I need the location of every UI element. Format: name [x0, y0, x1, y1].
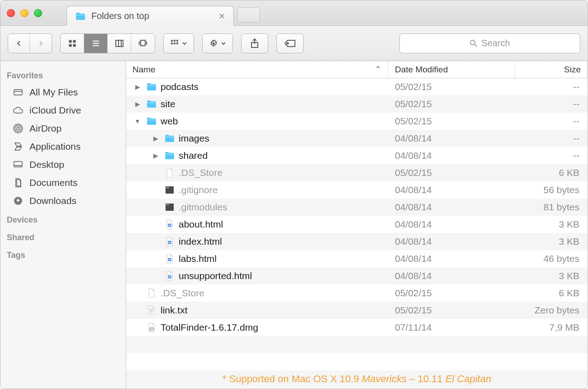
- new-tab-button[interactable]: [237, 7, 260, 23]
- column-size[interactable]: Size: [515, 61, 588, 78]
- all-files-icon: [12, 86, 24, 98]
- column-name[interactable]: Name ⌃: [126, 61, 389, 78]
- svg-rect-21: [171, 43, 173, 44]
- icon-view-button[interactable]: [61, 34, 84, 53]
- downloads-icon: [12, 195, 24, 207]
- svg-point-24: [213, 42, 215, 44]
- sidebar-item[interactable]: Downloads: [0, 192, 126, 210]
- html-icon: [164, 270, 175, 281]
- file-size: --: [515, 133, 588, 144]
- svg-rect-20: [176, 40, 178, 42]
- html-icon: [164, 253, 175, 264]
- file-name: images: [179, 133, 209, 144]
- sidebar-item[interactable]: Desktop: [0, 156, 126, 174]
- folder-icon: [75, 11, 86, 22]
- sidebar-item-label: AirDrop: [29, 123, 62, 134]
- forward-button[interactable]: [30, 34, 52, 53]
- sidebar-item[interactable]: iCloud Drive: [0, 101, 126, 119]
- svg-rect-12: [69, 40, 71, 43]
- search-icon: [469, 39, 478, 47]
- file-row[interactable]: link.txt05/02/15Zero bytes: [126, 302, 588, 319]
- dark-icon: [164, 202, 175, 213]
- disclosure-triangle-icon[interactable]: ▶: [133, 100, 142, 108]
- svg-rect-15: [73, 44, 76, 47]
- folder-icon: [146, 99, 157, 109]
- folder-icon: [164, 150, 175, 161]
- list-view-button[interactable]: [84, 34, 108, 53]
- sidebar-section-title: Devices: [0, 210, 126, 228]
- action-button[interactable]: [202, 33, 233, 53]
- close-button[interactable]: [7, 9, 15, 17]
- disclosure-triangle-icon[interactable]: ▶: [151, 152, 161, 159]
- search-field[interactable]: Search: [399, 33, 580, 53]
- file-row[interactable]: unsupported.html04/08/143 KB: [126, 267, 588, 285]
- file-row[interactable]: ▶podcasts05/02/15--: [126, 78, 588, 95]
- file-row[interactable]: ▶shared04/08/14--: [126, 147, 588, 164]
- svg-rect-22: [174, 43, 175, 44]
- file-row[interactable]: .DS_Store05/02/156 KB: [126, 164, 588, 181]
- tab-active[interactable]: Folders on top ✕: [66, 6, 234, 26]
- sidebar-item[interactable]: All My Files: [0, 83, 126, 101]
- tab-title: Folders on top: [91, 11, 149, 21]
- disclosure-triangle-icon[interactable]: ▶: [151, 135, 161, 142]
- sidebar-item[interactable]: Documents: [0, 174, 126, 192]
- toolbar: Search: [0, 26, 588, 61]
- file-name: unsupported.html: [179, 270, 252, 281]
- file-row[interactable]: ▶images04/08/14--: [126, 130, 588, 147]
- titlebar: Folders on top ✕: [0, 0, 588, 26]
- sidebar-item[interactable]: Applications: [0, 138, 126, 156]
- column-headers: Name ⌃ Date Modified Size: [126, 61, 588, 78]
- sidebar-item-label: Applications: [29, 141, 81, 152]
- arrange-button[interactable]: [163, 33, 194, 53]
- file-row[interactable]: .gitmodules04/08/1481 bytes: [126, 199, 588, 216]
- folder-icon: [146, 116, 157, 127]
- dark-icon: [164, 185, 175, 195]
- file-row[interactable]: .gitignore04/08/1456 bytes: [126, 181, 588, 199]
- airdrop-icon: [12, 123, 24, 134]
- disclosure-triangle-icon[interactable]: ▼: [133, 118, 142, 125]
- chevron-down-icon: [221, 41, 226, 46]
- file-row[interactable]: ▶site05/02/15--: [126, 95, 588, 113]
- cloud-icon: [12, 104, 24, 116]
- file-date: 04/08/14: [389, 236, 515, 247]
- close-tab-icon[interactable]: ✕: [218, 11, 225, 21]
- file-size: 3 KB: [515, 270, 588, 281]
- file-name: podcasts: [161, 81, 199, 92]
- file-name: .DS_Store: [161, 288, 204, 299]
- txt-icon: [146, 305, 157, 316]
- maximize-button[interactable]: [34, 9, 42, 17]
- file-row[interactable]: TotalFinder-1.6.17.dmg07/11/147,9 MB: [126, 319, 588, 336]
- coverflow-view-button[interactable]: [131, 34, 155, 53]
- dmg-icon: [146, 322, 157, 333]
- file-row[interactable]: index.html04/08/143 KB: [126, 233, 588, 250]
- back-button[interactable]: [8, 34, 30, 53]
- file-date: 04/08/14: [389, 150, 515, 161]
- file-row[interactable]: ▼web05/02/15--: [126, 113, 588, 130]
- svg-rect-18: [171, 40, 173, 42]
- tags-button[interactable]: [276, 33, 303, 53]
- file-row[interactable]: about.html04/08/143 KB: [126, 216, 588, 233]
- file-date: 05/02/15: [389, 99, 515, 109]
- file-name: web: [161, 116, 178, 127]
- file-date: 04/08/14: [389, 219, 515, 230]
- sidebar-item-label: Desktop: [29, 159, 64, 170]
- disclosure-triangle-icon[interactable]: ▶: [133, 83, 142, 90]
- folder-icon: [164, 133, 175, 144]
- file-row[interactable]: .DS_Store05/02/156 KB: [126, 285, 588, 302]
- file-name: shared: [179, 150, 208, 161]
- sidebar-item[interactable]: AirDrop: [0, 119, 126, 138]
- column-view-button[interactable]: [108, 34, 131, 53]
- sidebar-item-label: iCloud Drive: [29, 105, 81, 116]
- file-date: 04/08/14: [389, 253, 515, 264]
- file-name: .DS_Store: [179, 167, 223, 178]
- column-date-modified[interactable]: Date Modified: [389, 61, 515, 78]
- minimize-button[interactable]: [20, 9, 28, 17]
- html-icon: [164, 236, 175, 247]
- file-size: 81 bytes: [515, 202, 588, 213]
- blank-icon: [164, 167, 175, 178]
- file-row[interactable]: labs.html04/08/1446 bytes: [126, 250, 588, 267]
- share-button[interactable]: [241, 33, 268, 53]
- svg-rect-13: [73, 40, 76, 43]
- empty-row: [126, 336, 588, 353]
- file-name: link.txt: [161, 305, 188, 316]
